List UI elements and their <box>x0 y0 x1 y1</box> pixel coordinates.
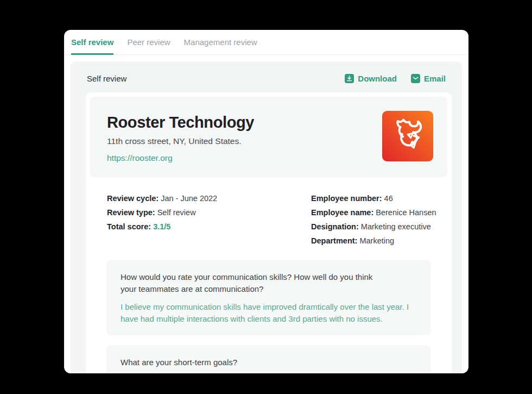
tab-self-review[interactable]: Self review <box>71 30 113 55</box>
email-button-label: Email <box>424 74 446 83</box>
answer-text: I believe my communication skills have i… <box>121 301 417 324</box>
company-info: Rooster Technology 11th cross street, NY… <box>107 109 254 165</box>
screen-background: Self review Peer review Management revie… <box>0 0 532 394</box>
detail-total-score: Total score: 3.1/5 <box>107 220 311 234</box>
company-logo <box>382 111 433 161</box>
tab-peer-review[interactable]: Peer review <box>127 30 170 55</box>
email-icon <box>411 74 420 83</box>
panel-header: Self review Download <box>71 61 462 92</box>
company-name: Rooster Technology <box>107 114 254 132</box>
question-block-communication: How would you rate your communication sk… <box>106 260 431 335</box>
detail-department: Department: Marketing <box>311 234 436 248</box>
download-button[interactable]: Download <box>345 74 397 83</box>
email-button[interactable]: Email <box>411 74 446 83</box>
details-left-column: Review cycle: Jan - June 2022 Review typ… <box>107 191 311 248</box>
detail-employee-name: Employee name: Berenice Hansen <box>311 205 436 220</box>
tab-management-review[interactable]: Management review <box>184 30 257 55</box>
review-window: Self review Peer review Management revie… <box>64 30 468 373</box>
company-address: 11th cross street, NY, United States. <box>107 136 254 146</box>
review-panel: Self review Download <box>71 61 462 373</box>
panel-actions: Download Email <box>345 74 446 83</box>
detail-review-cycle: Review cycle: Jan - June 2022 <box>107 191 311 205</box>
company-header: Rooster Technology 11th cross street, NY… <box>90 97 447 177</box>
review-details: Review cycle: Jan - June 2022 Review typ… <box>90 177 447 260</box>
review-document-card: Rooster Technology 11th cross street, NY… <box>86 92 452 373</box>
download-button-label: Download <box>358 74 397 83</box>
download-icon <box>345 74 354 83</box>
total-score-value: 3.1/5 <box>153 222 170 231</box>
question-text: What are your short-term goals? <box>121 357 417 368</box>
detail-review-type: Review type: Self review <box>107 205 311 220</box>
company-website-link[interactable]: https://rooster.org <box>107 153 173 163</box>
detail-employee-number: Employee number: 46 <box>311 191 436 205</box>
rooster-icon <box>387 115 428 158</box>
question-block-short-term-goals: What are your short-term goals? <box>106 345 431 373</box>
question-text: How would you rate your communication sk… <box>121 271 417 295</box>
review-tab-bar: Self review Peer review Management revie… <box>64 30 468 55</box>
panel-title: Self review <box>87 74 126 83</box>
details-right-column: Employee number: 46 Employee name: Beren… <box>311 191 436 248</box>
detail-designation: Designation: Marketing executive <box>311 220 436 234</box>
